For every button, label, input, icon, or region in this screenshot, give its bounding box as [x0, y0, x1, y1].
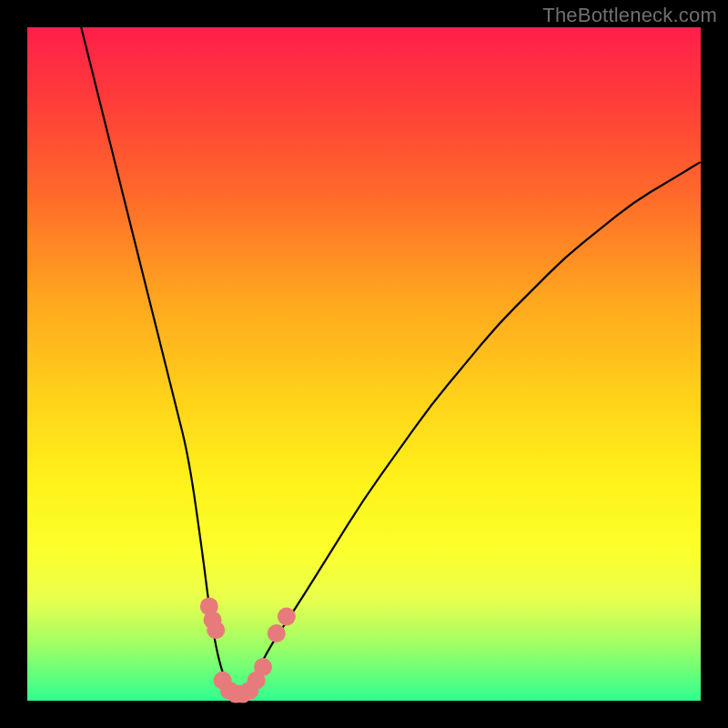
chart-plot-area [27, 27, 701, 701]
curve-path [81, 27, 701, 694]
curve-marker [268, 624, 286, 642]
watermark-label: TheBottleneck.com [542, 4, 717, 27]
curve-marker [207, 621, 225, 639]
curve-marker [254, 658, 272, 676]
bottleneck-curve [27, 27, 701, 701]
chart-frame: TheBottleneck.com [0, 0, 728, 728]
curve-marker [278, 608, 296, 626]
